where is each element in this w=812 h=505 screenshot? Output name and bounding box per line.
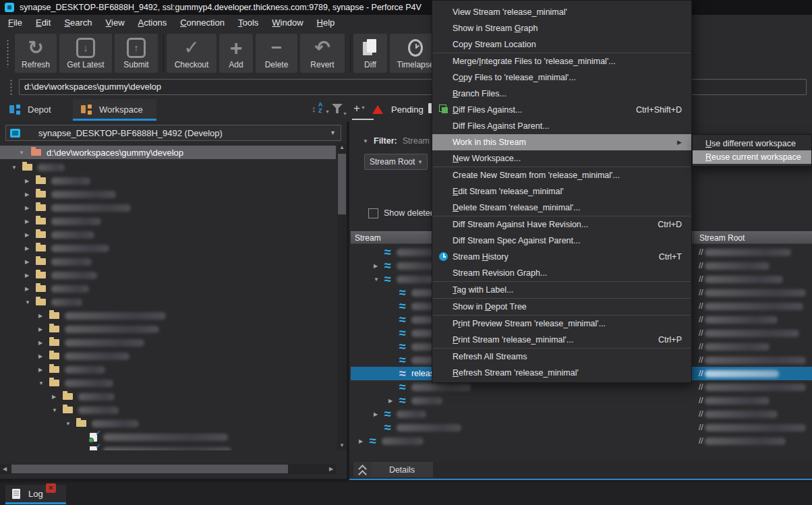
- tree-root-row[interactable]: ▼ d:\dev\workspaces\gummy\develop: [0, 146, 336, 159]
- menu-item-copy-files-to-release-minimal[interactable]: Copy Files to 'release_minimal'...: [432, 69, 691, 86]
- submenu-item-use-different-workspace[interactable]: Use different workspace: [693, 137, 811, 150]
- tree-row[interactable]: ▶: [0, 187, 336, 201]
- tree-row[interactable]: ▼: [0, 376, 336, 390]
- stream-row[interactable]: ≈: [351, 421, 693, 434]
- menu-search[interactable]: Search: [57, 18, 98, 28]
- menu-item-refresh-all-streams[interactable]: Refresh All Streams: [432, 349, 691, 365]
- horizontal-scrollbar-thumb[interactable]: [11, 465, 288, 473]
- menu-item-diff-files-against-parent[interactable]: Diff Files Against Parent...: [432, 118, 691, 134]
- expander-open-icon[interactable]: ▼: [374, 276, 384, 283]
- menu-edit[interactable]: Edit: [29, 18, 57, 28]
- vertical-scrollbar[interactable]: ▲ ▼: [337, 143, 347, 450]
- expander-closed-icon[interactable]: ▶: [25, 191, 36, 198]
- tree-row[interactable]: ▶: [0, 201, 336, 214]
- menu-tools[interactable]: Tools: [231, 18, 265, 28]
- expander-closed-icon[interactable]: ▶: [359, 438, 370, 444]
- expander-closed-icon[interactable]: ▶: [25, 218, 36, 225]
- menu-item-copy-stream-location[interactable]: Copy Stream Location: [432, 36, 691, 53]
- menu-item-diff-files-against[interactable]: Diff Files Against...Ctrl+Shift+D: [432, 102, 691, 118]
- tab-depot[interactable]: Depot: [1, 99, 71, 119]
- menu-file[interactable]: File: [1, 18, 29, 28]
- tree-row[interactable]: ▼: [0, 417, 336, 430]
- stream-root-dropdown[interactable]: Stream Root ▼: [364, 154, 428, 170]
- menu-item-delete-stream-release-minimal[interactable]: Delete Stream 'release_minimal'...: [432, 200, 691, 216]
- toolbar-grip-handle[interactable]: [6, 39, 9, 67]
- workspace-selector[interactable]: synapse_DESKTOP-BF6888H_9492 (Develop) ▼: [5, 125, 341, 141]
- stream-root-row[interactable]: //: [693, 434, 812, 448]
- menu-item-refresh-stream-release-minimal[interactable]: Refresh Stream 'release_minimal': [432, 365, 691, 381]
- stream-root-row[interactable]: //: [693, 259, 812, 272]
- menu-item-create-new-stream-from-release-minimal[interactable]: Create New Stream from 'release_minimal'…: [432, 167, 691, 183]
- expander-closed-icon[interactable]: ▶: [25, 205, 36, 211]
- horizontal-scrollbar[interactable]: ◀ ▶: [0, 464, 336, 474]
- tab-workspace[interactable]: Workspace: [73, 99, 156, 119]
- menu-item-work-in-this-stream[interactable]: Work in this Stream▶: [432, 134, 691, 150]
- sort-icon[interactable]: ↕AZ▼: [312, 103, 326, 117]
- tree-row[interactable]: ▶: [0, 309, 336, 322]
- filter-funnel-dropdown-icon[interactable]: ▼: [343, 111, 347, 116]
- checkout-button[interactable]: ✓Checkout: [167, 34, 216, 73]
- menu-item-view-stream-release-minimal[interactable]: View Stream 'release_minimal': [432, 4, 691, 20]
- expander-closed-icon[interactable]: ▶: [38, 340, 49, 346]
- menu-view[interactable]: View: [99, 18, 132, 28]
- tree-row[interactable]: ▶: [0, 390, 336, 403]
- stream-root-row[interactable]: //: [693, 421, 812, 434]
- menu-actions[interactable]: Actions: [132, 18, 174, 28]
- expander-closed-icon[interactable]: ▶: [374, 263, 384, 269]
- menu-item-tag-with-label[interactable]: Tag with Label...: [432, 282, 691, 298]
- filter-funnel-icon[interactable]: [332, 104, 343, 113]
- stream-root-row[interactable]: //: [693, 326, 812, 340]
- stream-row[interactable]: ▶≈: [351, 434, 693, 448]
- tree-row[interactable]: ▼: [0, 160, 336, 174]
- scroll-left-icon[interactable]: ◀: [0, 464, 9, 474]
- menu-item-show-in-stream-graph[interactable]: Show in Stream Graph: [432, 20, 691, 36]
- stream-root-column-header[interactable]: Stream Root: [693, 231, 812, 244]
- tree-row[interactable]: ▶: [0, 241, 336, 255]
- add-button[interactable]: +Add: [219, 34, 253, 73]
- tab-details[interactable]: Details: [371, 462, 433, 477]
- tab-log[interactable]: Log: [5, 485, 66, 503]
- expander-closed-icon[interactable]: ▶: [38, 353, 49, 359]
- menu-help[interactable]: Help: [310, 18, 342, 28]
- expander-closed-icon[interactable]: ▶: [25, 245, 36, 251]
- menu-item-print-preview-stream-release-minimal[interactable]: Print Preview Stream 'release_minimal'..…: [432, 316, 691, 332]
- expand-details-button[interactable]: [353, 462, 371, 477]
- log-close-button[interactable]: ✕: [46, 483, 56, 493]
- stream-root-row[interactable]: //: [693, 380, 812, 394]
- expander-closed-icon[interactable]: ▶: [374, 411, 384, 417]
- tree-row[interactable]: ✓: [0, 444, 336, 450]
- expander-open-icon[interactable]: ▼: [52, 407, 63, 413]
- stream-root-row[interactable]: //: [693, 272, 812, 286]
- tree-row[interactable]: ▶: [0, 268, 336, 282]
- expander-closed-icon[interactable]: ▶: [38, 313, 49, 319]
- submenu-item-reuse-current-workspace[interactable]: Reuse current workspace: [693, 150, 811, 164]
- filter-collapse-icon[interactable]: ▼: [363, 138, 374, 144]
- tree-row[interactable]: ▶: [0, 228, 336, 241]
- diff-button[interactable]: Diff: [353, 34, 387, 73]
- tree-row[interactable]: ▶: [0, 282, 336, 295]
- expander-closed-icon[interactable]: ▶: [52, 394, 63, 400]
- vertical-scrollbar-thumb[interactable]: [338, 154, 346, 214]
- scroll-down-icon[interactable]: ▼: [337, 441, 347, 450]
- submit-button[interactable]: ↑Submit: [115, 34, 158, 73]
- expander-closed-icon[interactable]: ▶: [25, 178, 36, 184]
- refresh-button[interactable]: ↻Refresh: [15, 34, 57, 73]
- expander-closed-icon[interactable]: ▶: [25, 272, 36, 278]
- tree-row[interactable]: ▼: [0, 295, 336, 309]
- tree-row[interactable]: ▶: [0, 363, 336, 376]
- menu-item-merge-integrate-files-to-release-minimal[interactable]: Merge/Integrate Files to 'release_minima…: [432, 53, 691, 69]
- menu-window[interactable]: Window: [265, 18, 310, 28]
- delete-button[interactable]: −Delete: [256, 34, 297, 73]
- stream-root-row[interactable]: //: [693, 407, 812, 421]
- expander-closed-icon[interactable]: ▶: [38, 367, 49, 373]
- menu-item-branch-files[interactable]: Branch Files...: [432, 86, 691, 102]
- scroll-up-icon[interactable]: ▲: [337, 143, 347, 152]
- expander-open-icon[interactable]: ▼: [25, 299, 36, 305]
- tree-row[interactable]: ▶: [0, 174, 336, 187]
- tree-row[interactable]: ▶: [0, 336, 336, 349]
- scroll-right-icon[interactable]: ▶: [326, 464, 336, 474]
- stream-root-row-selected[interactable]: //: [693, 367, 812, 380]
- expander-closed-icon[interactable]: ▶: [25, 232, 36, 238]
- menu-item-stream-history[interactable]: Stream HistoryCtrl+T: [432, 249, 691, 265]
- tree-row[interactable]: ▶: [0, 349, 336, 363]
